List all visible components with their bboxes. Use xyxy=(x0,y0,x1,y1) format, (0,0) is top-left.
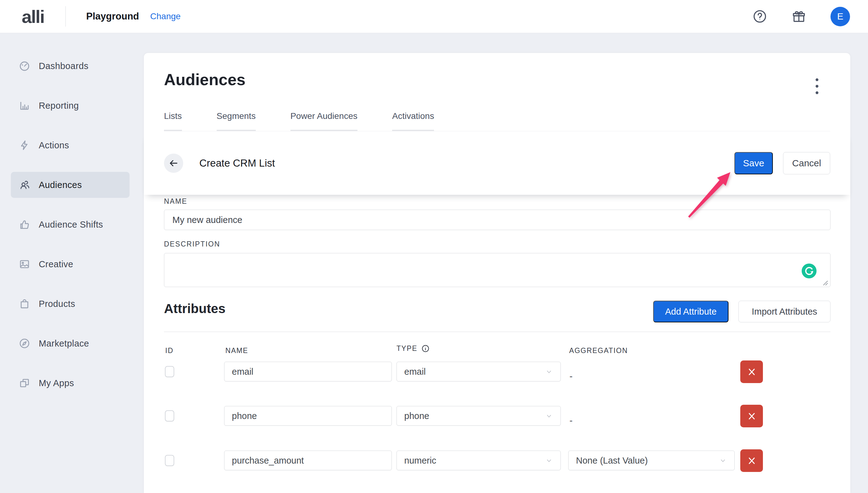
textarea-resize-handle[interactable] xyxy=(822,280,828,286)
column-header-name: NAME xyxy=(225,346,248,355)
whats-new-button[interactable] xyxy=(791,9,806,24)
grammarly-icon[interactable] xyxy=(802,263,816,278)
aggregation-select[interactable]: None (Last Value) xyxy=(568,451,735,470)
bar-chart-icon xyxy=(19,100,31,111)
sidebar-item-label: Audience Shifts xyxy=(39,219,103,230)
attribute-name-input[interactable] xyxy=(224,451,392,470)
column-header-type-label: TYPE xyxy=(397,344,417,353)
close-icon xyxy=(747,367,757,377)
lightning-icon xyxy=(19,140,31,151)
description-label: DESCRIPTION xyxy=(164,240,220,248)
workspace-name: Playground xyxy=(86,11,139,22)
sidebar-item-label: Reporting xyxy=(39,101,79,111)
remove-attribute-button[interactable] xyxy=(740,449,763,472)
thumbs-up-icon xyxy=(19,219,31,230)
attribute-type-value: email xyxy=(404,367,426,377)
sidebar-item-creative[interactable]: Creative xyxy=(11,251,129,277)
people-icon xyxy=(19,179,31,191)
attribute-type-select[interactable]: numeric xyxy=(397,451,561,470)
column-header-type: TYPE xyxy=(397,344,430,353)
sidebar-item-label: Actions xyxy=(39,140,69,150)
kebab-menu-button[interactable] xyxy=(810,75,824,97)
add-attribute-button[interactable]: Add Attribute xyxy=(653,301,728,322)
sidebar-item-reporting[interactable]: Reporting xyxy=(11,92,129,119)
row-checkbox[interactable] xyxy=(165,366,174,377)
image-icon xyxy=(19,258,31,270)
sidebar-item-label: Products xyxy=(39,299,75,309)
avatar[interactable]: E xyxy=(830,7,850,26)
attributes-heading: Attributes xyxy=(164,301,225,316)
attribute-type-select[interactable]: phone xyxy=(397,406,561,426)
topbar-divider xyxy=(65,6,66,27)
app-logo: alli xyxy=(0,6,65,27)
sidebar-item-label: Marketplace xyxy=(39,339,89,349)
save-button[interactable]: Save xyxy=(734,152,773,174)
chevron-down-icon xyxy=(545,368,553,376)
attribute-type-value: numeric xyxy=(404,455,436,466)
sidebar-item-marketplace[interactable]: Marketplace xyxy=(11,330,129,357)
tab-lists[interactable]: Lists xyxy=(164,111,182,131)
sidebar-item-actions[interactable]: Actions xyxy=(11,132,129,158)
aggregation-value: - xyxy=(569,415,572,426)
change-workspace-link[interactable]: Change xyxy=(150,12,181,21)
back-button[interactable] xyxy=(164,154,183,173)
description-textarea[interactable] xyxy=(164,253,830,287)
table-row: phone - xyxy=(144,405,850,427)
create-crm-toolbar: Create CRM List Save Cancel xyxy=(144,131,850,195)
sidebar-item-audience-shifts[interactable]: Audience Shifts xyxy=(11,212,129,237)
audiences-card: Audiences Lists Segments Power Audiences… xyxy=(144,53,850,493)
help-button[interactable] xyxy=(752,9,767,24)
import-attributes-button[interactable]: Import Attributes xyxy=(739,301,830,322)
attribute-name-input[interactable] xyxy=(224,362,392,382)
cancel-button[interactable]: Cancel xyxy=(783,152,830,174)
create-crm-list-title: Create CRM List xyxy=(199,157,275,169)
name-input[interactable] xyxy=(164,210,830,230)
apps-grid-icon xyxy=(19,377,31,389)
table-row: numeric None (Last Value) xyxy=(144,449,850,472)
column-header-id: ID xyxy=(165,346,174,355)
attribute-type-value: phone xyxy=(404,411,429,421)
tab-activations[interactable]: Activations xyxy=(392,111,434,131)
topbar: alli Playground Change E xyxy=(0,0,868,33)
sidebar-item-audiences[interactable]: Audiences xyxy=(11,172,129,198)
name-label: NAME xyxy=(164,197,187,206)
sidebar-item-products[interactable]: Products xyxy=(11,291,129,317)
sidebar-item-my-apps[interactable]: My Apps xyxy=(11,370,129,396)
sidebar: Dashboards Reporting Actions Audiences xyxy=(0,33,140,493)
attribute-name-input[interactable] xyxy=(224,406,392,426)
aggregation-value: None (Last Value) xyxy=(576,455,648,466)
chevron-down-icon xyxy=(719,456,727,465)
chevron-down-icon xyxy=(545,456,553,465)
column-header-aggregation: AGGREGATION xyxy=(569,346,628,355)
chevron-down-icon xyxy=(545,412,553,420)
close-icon xyxy=(747,456,757,466)
tab-bar: Lists Segments Power Audiences Activatio… xyxy=(164,105,830,131)
question-circle-icon xyxy=(752,9,767,24)
table-row: email - xyxy=(144,361,850,383)
row-checkbox[interactable] xyxy=(165,410,174,422)
row-checkbox[interactable] xyxy=(165,455,174,466)
remove-attribute-button[interactable] xyxy=(740,405,763,427)
sidebar-item-label: Dashboards xyxy=(39,61,88,71)
sidebar-item-label: My Apps xyxy=(39,378,74,388)
compass-icon xyxy=(19,338,31,349)
attribute-type-select[interactable]: email xyxy=(397,362,561,382)
aggregation-value: - xyxy=(569,371,572,382)
shopping-bag-icon xyxy=(19,298,31,310)
page-title: Audiences xyxy=(164,70,245,89)
gauge-icon xyxy=(19,60,31,72)
tab-power-audiences[interactable]: Power Audiences xyxy=(290,111,358,131)
sidebar-item-label: Audiences xyxy=(39,180,82,190)
arrow-left-icon xyxy=(168,158,179,169)
gift-icon xyxy=(791,9,806,24)
sidebar-item-label: Creative xyxy=(39,259,73,270)
info-circle-icon[interactable] xyxy=(421,344,430,353)
tab-segments[interactable]: Segments xyxy=(217,111,256,131)
remove-attribute-button[interactable] xyxy=(740,361,763,383)
sidebar-item-dashboards[interactable]: Dashboards xyxy=(11,53,129,79)
close-icon xyxy=(747,411,757,421)
